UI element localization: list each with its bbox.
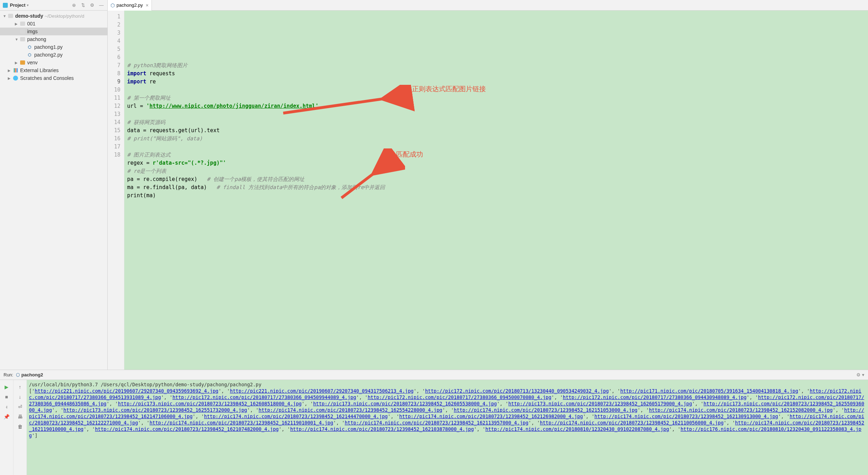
output-url[interactable]: http://pic173.nipic.com/pic/20180723/123… <box>64 407 247 413</box>
code-line: ma = re.findall(pa, data) # findall 方法找到… <box>127 183 865 192</box>
console-tools-left: ▶ ■ ⫞ 📌 <box>0 380 13 475</box>
tree-item[interactable]: ⬡pachong1.py <box>0 43 107 51</box>
gear-icon[interactable]: ⚙ <box>89 2 95 8</box>
output-url[interactable]: http://pic174.nipic.com/pic/20180723/123… <box>258 407 442 413</box>
code-line <box>127 143 865 151</box>
dropdown-icon[interactable]: ▾ <box>27 3 29 7</box>
expand-icon[interactable]: ⇅ <box>80 2 86 8</box>
output-url[interactable]: http://pic173.nipic.com/pic/20180723/123… <box>118 401 302 406</box>
tree-item-label: pachong <box>27 36 46 42</box>
close-icon[interactable]: × <box>145 2 148 8</box>
output-url[interactable]: http://pic174.nipic.com/pic/20180723/123… <box>345 420 528 426</box>
tree-item[interactable]: ▶Scratches and Consoles <box>0 74 107 82</box>
output-url[interactable]: http://pic174.nipic.com/pic/20180723/123… <box>290 426 474 432</box>
code-line: url = 'http://www.nipic.com/photo/jinggu… <box>127 102 865 110</box>
editor-body[interactable]: 123456789101112131415161718 # python3爬取网… <box>108 11 868 370</box>
code-line: # 获得网页源码 <box>127 118 865 127</box>
tree-item[interactable]: ▶venv <box>0 59 107 66</box>
project-tree: ▼ demo-study ~/Desktop/python/d ▶001imgs… <box>0 11 107 370</box>
folder-icon <box>20 60 25 65</box>
line-gutter: 123456789101112131415161718 <box>108 11 124 370</box>
scratch-icon <box>13 76 18 81</box>
output-url[interactable]: http://pic221.nipic.com/pic/20190607/292… <box>35 388 218 394</box>
locate-icon[interactable]: ⊕ <box>71 2 77 8</box>
line-number: 11 <box>114 94 120 102</box>
line-number: 8 <box>114 70 120 78</box>
chevron-down-icon[interactable]: ▼ <box>3 14 8 18</box>
tree-arrow-icon[interactable]: ▶ <box>15 22 20 26</box>
output-url[interactable]: http://pic172.nipic.com/pic/20180717/273… <box>368 394 551 400</box>
line-number: 7 <box>114 61 120 70</box>
output-url[interactable]: http://pic221.nipic.com/pic/20190607/292… <box>230 388 414 394</box>
code-line: # re是一个列表 <box>127 167 865 175</box>
code-line: # 图片正则表达式 <box>127 151 865 159</box>
annotation-regex: 正则表达式匹配图片链接 <box>412 85 486 93</box>
tree-root-path: ~/Desktop/python/d <box>44 13 84 19</box>
output-url[interactable]: http://pic173.nipic.com/pic/20180723/123… <box>313 401 497 406</box>
editor-tabs: ⬡ pachong2.py × <box>108 0 868 11</box>
tree-arrow-icon[interactable]: ▶ <box>8 69 13 72</box>
collapse-icon[interactable]: — <box>98 2 105 8</box>
code-line: data = requests.get(url).text <box>127 127 865 135</box>
pin-button[interactable]: 📌 <box>1 412 12 421</box>
output-url[interactable]: http://pic174.nipic.com/pic/20180723/123… <box>454 407 637 413</box>
python-file-icon: ⬡ <box>28 45 31 49</box>
code-line: pa = re.compile(regex) # 创建一个pa模板，使其符合匹配… <box>127 175 865 183</box>
output-url[interactable]: http://pic174.nipic.com/pic/20180723/123… <box>204 414 388 419</box>
tree-item[interactable]: imgs <box>0 28 107 35</box>
tree-item[interactable]: ▶External Libraries <box>0 66 107 74</box>
output-url[interactable]: http://pic172.nipic.com/pic/20180717/273… <box>172 394 356 400</box>
output-url[interactable]: http://pic174.nipic.com/pic/20180723/123… <box>399 414 583 419</box>
output-url[interactable]: http://pic174.nipic.com/pic/20180810/123… <box>485 426 669 432</box>
code-line: # python3爬取网络图片 <box>127 61 865 70</box>
trash-button[interactable]: 🗑 <box>15 422 25 431</box>
code-line <box>127 86 865 94</box>
line-number: 18 <box>114 151 120 159</box>
line-number: 1 <box>114 13 120 21</box>
down-button[interactable]: ↓ <box>15 392 25 401</box>
tree-root[interactable]: ▼ demo-study ~/Desktop/python/d <box>0 12 107 20</box>
tree-arrow-icon[interactable]: ▼ <box>15 37 20 41</box>
folder-icon <box>8 14 13 18</box>
layout-button[interactable]: ⫞ <box>1 402 12 411</box>
up-button[interactable]: ↑ <box>15 382 25 392</box>
tree-item[interactable]: ▶001 <box>0 20 107 28</box>
editor-area: ⬡ pachong2.py × 123456789101112131415161… <box>108 0 868 370</box>
code-line: # print("网站源码", data) <box>127 135 865 143</box>
tree-arrow-icon[interactable]: ▶ <box>15 61 20 65</box>
code-line <box>127 110 865 118</box>
output-url[interactable]: http://pic171.nipic.com/pic/20180705/391… <box>620 388 798 394</box>
run-button[interactable]: ▶ <box>1 382 12 392</box>
output-url[interactable]: http://pic172.nipic.com/pic/20180717/273… <box>563 394 747 400</box>
library-icon <box>14 68 18 72</box>
sidebar-title: Project <box>10 2 25 8</box>
console-output[interactable]: /usr/local/bin/python3.7 /Users/qcl/Desk… <box>27 380 868 475</box>
output-url[interactable]: http://pic174.nipic.com/pic/20180723/123… <box>95 426 279 432</box>
annotation-success: 匹配成功 <box>396 150 423 158</box>
stop-button[interactable]: ■ <box>1 392 12 401</box>
gear-icon[interactable]: ⚙ ▾ <box>856 372 864 377</box>
tree-item[interactable]: ⬡pachong2.py <box>0 51 107 59</box>
line-number: 4 <box>114 37 120 45</box>
output-url[interactable]: http://pic174.nipic.com/pic/20180723/123… <box>594 414 778 419</box>
output-url[interactable]: http://pic174.nipic.com/pic/20180723/123… <box>540 420 724 426</box>
wrap-button[interactable]: ⏎ <box>15 402 25 411</box>
tree-item-label: External Libraries <box>20 68 59 73</box>
folder-icon <box>20 22 25 26</box>
line-number: 3 <box>114 29 120 37</box>
tree-arrow-icon[interactable]: ▶ <box>8 76 13 80</box>
tree-item[interactable]: ▼pachong <box>0 35 107 43</box>
editor-tab[interactable]: ⬡ pachong2.py × <box>108 0 152 10</box>
print-button[interactable]: 🖶 <box>15 412 25 421</box>
output-url[interactable]: http://pic172.nipic.com/pic/20180713/132… <box>425 388 609 394</box>
python-file-icon: ⬡ <box>111 2 115 8</box>
tree-item-label: pachong1.py <box>34 44 63 50</box>
sidebar-header: Project ▾ ⊕ ⇅ ⚙ — <box>0 0 107 11</box>
output-url[interactable]: http://pic173.nipic.com/pic/20180723/123… <box>508 401 692 406</box>
code-content[interactable]: # python3爬取网络图片import requestsimport re … <box>124 11 868 370</box>
tree-item-label: 001 <box>27 21 35 27</box>
console-command: /usr/local/bin/python3.7 /Users/qcl/Desk… <box>29 381 866 388</box>
tree-item-label: pachong2.py <box>34 52 63 58</box>
output-url[interactable]: http://pic174.nipic.com/pic/20180723/123… <box>649 407 833 413</box>
output-url[interactable]: http://pic174.nipic.com/pic/20180723/123… <box>149 420 333 426</box>
